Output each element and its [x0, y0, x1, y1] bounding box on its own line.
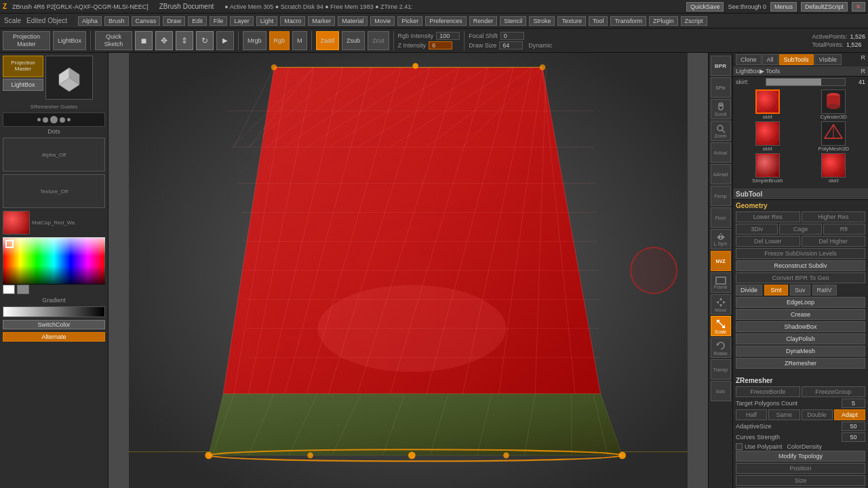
spix-button[interactable]: SPix: [711, 77, 731, 98]
cage-button[interactable]: Cage: [779, 224, 821, 235]
freeze-border-button[interactable]: FreezeBorde: [736, 386, 800, 397]
menu-canvas[interactable]: Canvas: [132, 16, 161, 26]
actual-button[interactable]: Actual: [711, 142, 731, 163]
crease-button[interactable]: Crease: [736, 309, 865, 320]
menu-movie[interactable]: Movie: [370, 16, 395, 26]
matcap-preview[interactable]: [3, 211, 30, 235]
alternate-button[interactable]: Alternate: [3, 332, 105, 342]
menu-file[interactable]: File: [210, 16, 228, 26]
dots-preview[interactable]: [3, 113, 105, 127]
del-higher-button[interactable]: Del Higher: [802, 236, 866, 247]
half-button[interactable]: Half: [736, 409, 767, 420]
transp-button[interactable]: Transp: [711, 359, 731, 380]
move-mode-btn[interactable]: ✥: [155, 31, 173, 50]
higher-res-button[interactable]: Higher Res: [802, 211, 866, 222]
lightbox-button[interactable]: LightBox: [53, 31, 86, 50]
draw-size-value[interactable]: 64: [499, 41, 523, 49]
thumb-skirt-1[interactable]: skirt: [735, 89, 800, 120]
menu-stroke[interactable]: Stroke: [529, 16, 555, 26]
zadd-button[interactable]: Zadd: [316, 31, 340, 50]
same-button[interactable]: Same: [768, 409, 800, 420]
menu-marker[interactable]: Marker: [308, 16, 335, 26]
m-button[interactable]: M: [292, 31, 307, 50]
thumb-skirt-3[interactable]: skirt: [802, 153, 867, 184]
thumb-skirt-2[interactable]: skirt: [735, 121, 800, 152]
z-intensity-value[interactable]: 6: [429, 41, 452, 49]
draw-mode-btn[interactable]: ■: [135, 31, 153, 50]
double-button[interactable]: Double: [802, 409, 833, 420]
floor-button[interactable]: Floor: [711, 207, 731, 228]
rotate-button[interactable]: Rotate: [711, 338, 731, 358]
del-lower-button[interactable]: Del Lower: [736, 236, 800, 247]
menu-tool[interactable]: Tool: [589, 16, 608, 26]
adapt-button[interactable]: Adapt: [834, 409, 865, 420]
skirt-slider[interactable]: [766, 78, 846, 86]
menu-zplugin[interactable]: ZPlugin: [649, 16, 678, 26]
canvas-area[interactable]: [108, 53, 708, 488]
scale-button[interactable]: Scale: [711, 316, 731, 336]
subtool-button[interactable]: SubTools: [779, 54, 814, 65]
persp-button[interactable]: Persp: [711, 186, 731, 206]
freeze-group-button[interactable]: FreezeGroup: [802, 386, 866, 397]
close-button[interactable]: ✕: [852, 2, 865, 12]
switch-color-button[interactable]: SwitchColor: [3, 320, 105, 329]
all-button[interactable]: All: [762, 54, 778, 65]
zremesher-title[interactable]: ZRemesher: [736, 377, 865, 384]
rfr-button[interactable]: Rfr: [823, 224, 865, 235]
nvz-button[interactable]: NVZ: [711, 251, 731, 271]
move-button[interactable]: Move: [711, 294, 731, 314]
rgb-button[interactable]: Rgb: [269, 31, 290, 50]
menu-zscript[interactable]: Zscript: [681, 16, 707, 26]
rativ-button[interactable]: RatiV: [812, 285, 837, 296]
menus-button[interactable]: Menus: [770, 2, 797, 12]
sdiv-button[interactable]: 3Div: [736, 224, 778, 235]
modify-topology-button[interactable]: Modify Topology: [736, 451, 865, 462]
rotate-mode-btn[interactable]: ↻: [196, 31, 214, 50]
focal-shift-value[interactable]: 0: [500, 32, 524, 40]
menu-picker[interactable]: Picker: [397, 16, 422, 26]
edgeloop-button[interactable]: EdgeLoop: [736, 297, 865, 308]
texture-preview[interactable]: Texture_Off: [3, 174, 105, 208]
curves-strength-value[interactable]: 50: [842, 432, 865, 442]
position-button[interactable]: Position: [736, 463, 865, 474]
thumb-polymesh[interactable]: PolyMesh3D: [802, 121, 867, 152]
menu-layer[interactable]: Layer: [230, 16, 254, 26]
target-polys-value[interactable]: 5: [842, 399, 865, 408]
dynamesh-button[interactable]: DynaMesh: [736, 346, 865, 357]
gradient-bar[interactable]: [3, 306, 105, 317]
claypolish-button[interactable]: ClayPolish: [736, 333, 865, 344]
defaultzscript-button[interactable]: DefaultZScript: [801, 2, 848, 12]
r-label[interactable]: R: [861, 54, 866, 65]
bpr-button[interactable]: BPR: [711, 56, 731, 76]
aahalf-button[interactable]: AAHalf: [711, 164, 731, 184]
menu-prefs[interactable]: Preferences: [425, 16, 467, 26]
geometry-title[interactable]: Geometry: [736, 202, 865, 209]
menu-macro[interactable]: Macro: [280, 16, 305, 26]
zsub-button[interactable]: Zsub: [342, 31, 365, 50]
rgb-intensity-value[interactable]: 100: [436, 32, 460, 40]
menu-stencil[interactable]: Stencil: [500, 16, 526, 26]
alpha-preview[interactable]: Alpha_Off: [3, 138, 105, 171]
menu-brush[interactable]: Brush: [104, 16, 129, 26]
menu-material[interactable]: Material: [338, 16, 368, 26]
menu-transform[interactable]: Transform: [610, 16, 646, 26]
projection-master-button[interactable]: Projection Master: [3, 31, 50, 50]
r-btn[interactable]: R: [861, 68, 866, 75]
menu-light[interactable]: Light: [256, 16, 278, 26]
visible-button[interactable]: Visible: [814, 54, 842, 65]
grey-swatch[interactable]: [17, 285, 29, 294]
camera-btn[interactable]: ▶: [216, 31, 234, 50]
lsym-button[interactable]: L.Sym: [711, 229, 731, 249]
suv-button[interactable]: Suv: [790, 285, 810, 296]
size-button[interactable]: Size: [736, 475, 865, 486]
menu-edit[interactable]: Edit: [188, 16, 207, 26]
scroll-button[interactable]: Scroll: [711, 99, 731, 119]
freeze-subdiv-button[interactable]: Freeze SubDivision Levels: [736, 248, 865, 259]
menu-texture[interactable]: Texture: [557, 16, 586, 26]
divide-button[interactable]: Divide: [736, 285, 762, 296]
frame-button[interactable]: Frame: [711, 272, 731, 293]
reconstruct-subdiv-button[interactable]: Reconstruct Subdiv: [736, 260, 865, 271]
clone-button[interactable]: Clone: [736, 54, 762, 65]
zcut-button[interactable]: Zcut: [368, 31, 389, 50]
mrgb-button[interactable]: Mrgb: [243, 31, 267, 50]
